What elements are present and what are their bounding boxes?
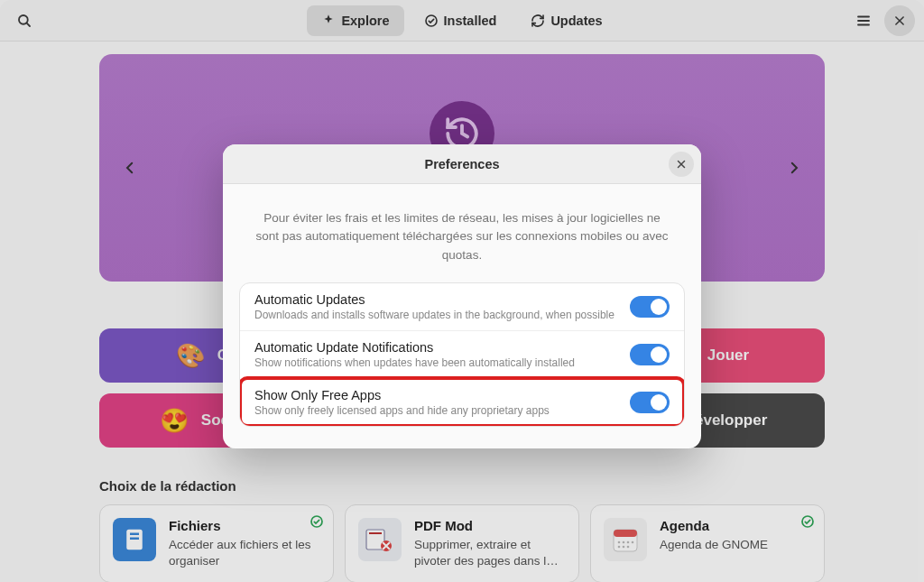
pref-title: Show Only Free Apps [254,388,617,402]
toggle-switch[interactable] [630,344,670,365]
pref-row-update-notifications: Automatic Update Notifications Show noti… [240,330,684,378]
preferences-dialog: Preferences Pour éviter les frais et les… [223,144,701,448]
pref-title: Automatic Update Notifications [254,340,617,355]
close-icon[interactable] [669,152,694,177]
pref-row-automatic-updates: Automatic Updates Downloads and installs… [240,283,684,330]
pref-title: Automatic Updates [254,292,617,307]
dialog-description: Pour éviter les frais et les limites de … [223,184,701,282]
pref-subtitle: Show notifications when updates have bee… [254,356,617,369]
toggle-switch[interactable] [630,392,670,413]
preferences-list: Automatic Updates Downloads and installs… [239,282,685,427]
modal-overlay: Preferences Pour éviter les frais et les… [0,0,924,582]
dialog-title: Preferences [424,157,499,171]
dialog-header: Preferences [223,144,701,184]
pref-subtitle: Show only freely licensed apps and hide … [254,404,617,417]
pref-subtitle: Downloads and installs software updates … [254,309,617,321]
pref-row-show-only-free-apps: Show Only Free Apps Show only freely lic… [240,378,684,426]
toggle-switch[interactable] [630,296,670,318]
